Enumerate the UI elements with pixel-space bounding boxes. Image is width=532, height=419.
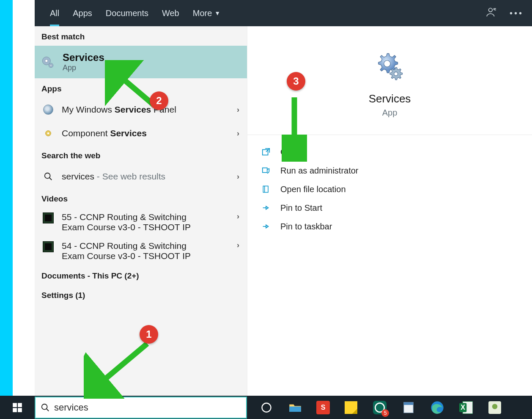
preview-title: Services <box>369 92 411 105</box>
action-run-admin[interactable]: Run as administrator <box>261 161 532 180</box>
svg-line-8 <box>49 178 52 180</box>
tabs-right-controls: ••• <box>486 7 524 20</box>
action-label: Open file location <box>280 185 346 194</box>
action-label: Pin to taskbar <box>280 222 332 232</box>
result-label: 55 - CCNP Routing & Switching Exam Cours… <box>62 212 229 232</box>
preview-actions: Open Run as administrator Open file loca… <box>247 135 532 236</box>
desktop-left-strip <box>0 0 13 419</box>
video-result-54[interactable]: 54 - CCNP Routing & Switching Exam Cours… <box>35 237 247 265</box>
result-label: services - See web results <box>62 171 229 182</box>
chevron-right-icon: › <box>237 105 239 114</box>
excel-icon[interactable]: X <box>458 400 474 415</box>
disc-icon <box>42 104 54 116</box>
svg-rect-12 <box>263 168 267 173</box>
services-large-gear-icon <box>375 52 405 81</box>
svg-rect-16 <box>13 408 17 412</box>
search-tabs-bar: All Apps Documents Web More▼ ••• <box>35 0 532 26</box>
result-label: My Windows Services Panel <box>62 105 229 115</box>
action-open-file-location[interactable]: Open file location <box>261 180 532 198</box>
preview-column: Services App Open Run as administrator <box>247 26 532 396</box>
svg-point-9 <box>384 61 390 67</box>
svg-point-6 <box>47 132 49 135</box>
snagit-icon[interactable]: S <box>316 401 330 414</box>
svg-point-20 <box>262 403 271 412</box>
result-label: Component Services <box>62 128 229 138</box>
cortana-circle-icon[interactable] <box>259 400 274 415</box>
search-icon <box>41 403 50 412</box>
apps-result-my-windows-services-panel[interactable]: My Windows Services Panel › <box>35 98 247 121</box>
svg-rect-25 <box>404 402 414 405</box>
pin-start-icon <box>261 203 271 213</box>
open-icon <box>261 147 271 157</box>
action-label: Pin to Start <box>280 203 322 213</box>
tab-label: Apps <box>73 8 92 18</box>
section-documents-pc[interactable]: Documents - This PC (2+) <box>35 265 247 285</box>
svg-point-18 <box>42 404 47 409</box>
action-label: Open <box>280 147 301 157</box>
svg-point-7 <box>45 173 50 179</box>
account-icon[interactable] <box>486 7 497 20</box>
tab-label: More <box>193 8 212 18</box>
svg-point-10 <box>394 72 398 76</box>
whatsapp-badge: 5 <box>381 409 389 417</box>
notepad-icon[interactable] <box>401 400 416 415</box>
video-result-55[interactable]: 55 - CCNP Routing & Switching Exam Cours… <box>35 208 247 237</box>
svg-text:X: X <box>461 404 465 411</box>
tab-label: Documents <box>106 8 148 18</box>
chevron-right-icon: › <box>237 129 239 138</box>
services-gear-icon <box>41 55 55 69</box>
tab-all[interactable]: All <box>43 0 66 26</box>
svg-point-31 <box>492 404 498 409</box>
action-pin-start[interactable]: Pin to Start <box>261 198 532 217</box>
start-search-panel: All Apps Documents Web More▼ ••• Best ma… <box>35 0 532 396</box>
folder-location-icon <box>261 184 271 194</box>
apps-result-component-services[interactable]: Component Services › <box>35 121 247 145</box>
svg-rect-14 <box>13 403 17 407</box>
sticky-notes-icon[interactable] <box>343 400 359 415</box>
taskbar: S 5 X <box>0 396 532 419</box>
chevron-right-icon: › <box>237 212 239 221</box>
best-match-subtitle: App <box>63 63 104 72</box>
tab-web[interactable]: Web <box>155 0 186 26</box>
taskbar-search-input[interactable] <box>54 402 241 413</box>
tab-apps[interactable]: Apps <box>66 0 99 26</box>
taskbar-pinned-apps: S 5 X <box>259 400 502 415</box>
tab-documents[interactable]: Documents <box>99 0 155 26</box>
section-apps: Apps <box>35 78 247 98</box>
video-thumb-icon <box>42 241 54 253</box>
preview-subtitle: App <box>382 108 398 118</box>
tab-more[interactable]: More▼ <box>186 0 227 26</box>
section-best-match: Best match <box>35 26 247 46</box>
best-match-services[interactable]: Services App <box>35 46 247 78</box>
action-pin-taskbar[interactable]: Pin to taskbar <box>261 217 532 236</box>
tab-label: Web <box>162 8 179 18</box>
search-body: Best match Services App Apps My Windows … <box>35 26 532 396</box>
section-settings[interactable]: Settings (1) <box>35 285 247 304</box>
more-options-icon[interactable]: ••• <box>510 8 524 18</box>
best-match-text: Services App <box>63 52 104 72</box>
svg-rect-13 <box>263 186 268 193</box>
shield-admin-icon <box>261 165 271 176</box>
results-column: Best match Services App Apps My Windows … <box>35 26 247 396</box>
action-label: Run as administrator <box>280 166 359 176</box>
result-label: 54 - CCNP Routing & Switching Exam Cours… <box>62 241 229 261</box>
file-explorer-icon[interactable] <box>288 400 303 415</box>
section-videos: Videos <box>35 188 247 208</box>
best-match-title: Services <box>63 52 104 63</box>
action-open[interactable]: Open <box>261 143 532 161</box>
svg-line-19 <box>47 408 49 411</box>
taskbar-search-box[interactable] <box>35 397 247 419</box>
svg-point-2 <box>45 59 48 62</box>
app-icon-generic[interactable] <box>487 400 502 415</box>
start-button[interactable] <box>0 396 35 419</box>
chevron-down-icon: ▼ <box>214 10 220 17</box>
whatsapp-icon[interactable]: 5 <box>372 400 387 415</box>
chevron-right-icon: › <box>237 241 239 250</box>
pin-taskbar-icon <box>261 221 271 232</box>
web-result-services[interactable]: services - See web results › <box>35 165 247 188</box>
video-thumb-icon <box>42 212 54 224</box>
chevron-right-icon: › <box>237 172 239 181</box>
edge-icon[interactable] <box>430 400 445 415</box>
svg-point-4 <box>50 64 52 66</box>
svg-rect-17 <box>18 408 22 412</box>
